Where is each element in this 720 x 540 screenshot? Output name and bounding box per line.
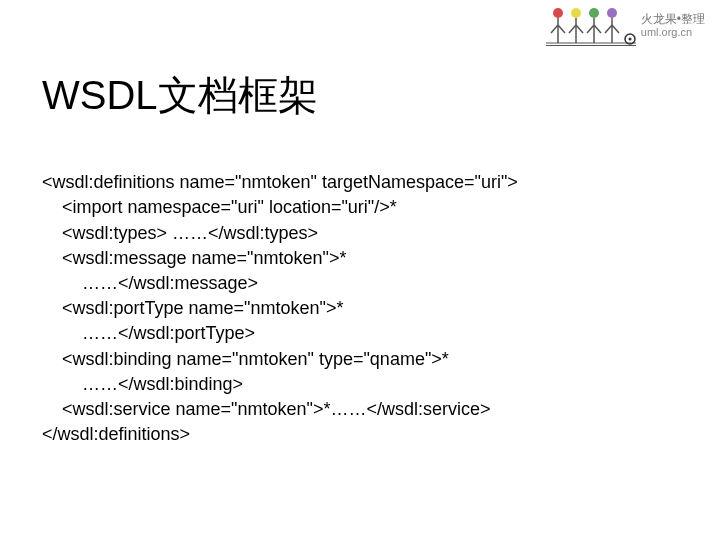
code-line: <import namespace="uri" location="uri"/>… xyxy=(42,197,397,217)
svg-point-13 xyxy=(607,8,617,18)
code-line: </wsdl:definitions> xyxy=(42,424,190,444)
svg-point-9 xyxy=(589,8,599,18)
svg-line-12 xyxy=(594,25,601,33)
svg-line-11 xyxy=(587,25,594,33)
svg-line-4 xyxy=(558,25,565,33)
svg-point-1 xyxy=(553,8,563,18)
svg-point-18 xyxy=(628,38,631,41)
code-block: <wsdl:definitions name="nmtoken" targetN… xyxy=(42,145,518,447)
code-line: <wsdl:service name="nmtoken">*……</wsdl:s… xyxy=(42,399,490,419)
svg-line-7 xyxy=(569,25,576,33)
code-line: ……</wsdl:binding> xyxy=(42,374,243,394)
code-line: <wsdl:message name="nmtoken">* xyxy=(42,248,346,268)
slide-title: WSDL文档框架 xyxy=(42,68,318,123)
logo-illustration xyxy=(546,5,636,46)
code-line: <wsdl:definitions name="nmtoken" targetN… xyxy=(42,172,518,192)
svg-line-16 xyxy=(612,25,619,33)
logo-text: 火龙果•整理 uml.org.cn xyxy=(641,13,705,38)
svg-point-5 xyxy=(571,8,581,18)
svg-line-8 xyxy=(576,25,583,33)
code-line: ……</wsdl:portType> xyxy=(42,323,255,343)
logo-brand: 火龙果•整理 xyxy=(641,13,705,26)
svg-line-3 xyxy=(551,25,558,33)
code-line: <wsdl:portType name="nmtoken">* xyxy=(42,298,343,318)
logo-area: 火龙果•整理 uml.org.cn xyxy=(546,5,705,46)
code-line: ……</wsdl:message> xyxy=(42,273,258,293)
code-line: <wsdl:binding name="nmtoken" type="qname… xyxy=(42,349,449,369)
stick-figures-icon xyxy=(546,5,636,45)
logo-site: uml.org.cn xyxy=(641,26,705,38)
svg-line-15 xyxy=(605,25,612,33)
code-line: <wsdl:types> ……</wsdl:types> xyxy=(42,223,318,243)
